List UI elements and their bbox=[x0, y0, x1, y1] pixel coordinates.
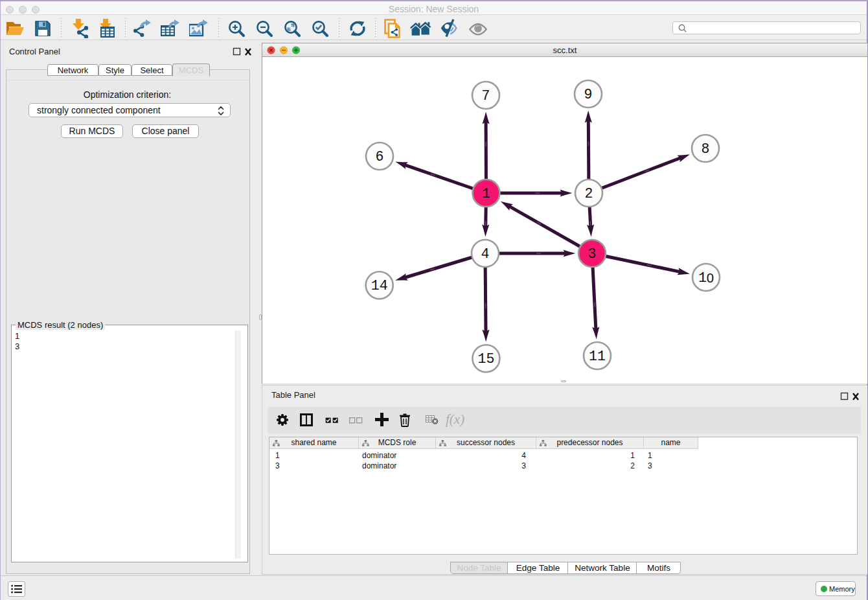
svg-text:3: 3 bbox=[588, 246, 597, 262]
svg-text:8: 8 bbox=[702, 141, 710, 157]
svg-text:7: 7 bbox=[482, 88, 490, 104]
svg-text:10: 10 bbox=[698, 270, 714, 286]
svg-text:14: 14 bbox=[371, 278, 388, 294]
svg-text:4: 4 bbox=[481, 246, 490, 262]
svg-text:9: 9 bbox=[584, 87, 593, 102]
svg-text:2: 2 bbox=[585, 186, 593, 202]
svg-text:11: 11 bbox=[589, 349, 606, 364]
svg-text:1: 1 bbox=[482, 186, 490, 202]
svg-text:6: 6 bbox=[376, 149, 384, 165]
svg-text:15: 15 bbox=[477, 351, 494, 367]
